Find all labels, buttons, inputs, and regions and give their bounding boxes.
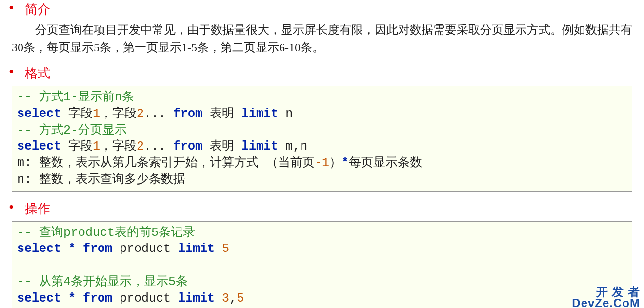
keyword-from: from: [173, 107, 202, 121]
code-comment: -- 方式2-分页显示: [17, 123, 127, 137]
keyword-from: from: [83, 291, 112, 306]
bullet-icon: •: [9, 202, 14, 212]
code-comment: -- 从第4条开始显示，显示5条: [17, 275, 188, 289]
format-code-block: -- 方式1-显示前n条 select 字段1，字段2... from 表明 l…: [12, 86, 632, 192]
code-comment: -- 查询product表的前5条记录: [17, 226, 195, 240]
code-text: [61, 107, 68, 121]
keyword-limit: limit: [242, 107, 278, 121]
keyword-select: select: [17, 291, 61, 306]
keyword-limit: limit: [242, 139, 278, 154]
intro-paragraph: 分页查询在项目开发中常见，由于数据量很大，显示屏长度有限，因此对数据需要采取分页…: [12, 21, 632, 56]
section-ops-title: 操作: [25, 200, 50, 217]
section-format-title: 格式: [25, 65, 50, 82]
keyword-limit: limit: [178, 242, 215, 256]
keyword-select: select: [17, 107, 61, 121]
ops-code-block: -- 查询product表的前5条记录 select * from produc…: [12, 221, 632, 308]
bullet-icon: •: [9, 2, 14, 13]
keyword-select: select: [17, 242, 61, 256]
section-format-header: • 格式: [9, 65, 644, 82]
section-intro-title: 简介: [25, 1, 50, 18]
code-note: m: 整数，表示从第几条索引开始，计算方式 （当前页: [17, 156, 315, 170]
keyword-select: select: [17, 139, 61, 154]
code-comment: -- 方式1-显示前n条: [17, 90, 134, 104]
keyword-limit: limit: [178, 291, 215, 306]
keyword-from: from: [173, 139, 202, 154]
code-note: n: 整数，表示查询多少条数据: [17, 173, 185, 187]
bullet-icon: •: [9, 66, 14, 77]
section-ops-header: • 操作: [9, 200, 644, 217]
section-intro-header: • 简介: [9, 1, 644, 18]
keyword-from: from: [83, 242, 112, 256]
